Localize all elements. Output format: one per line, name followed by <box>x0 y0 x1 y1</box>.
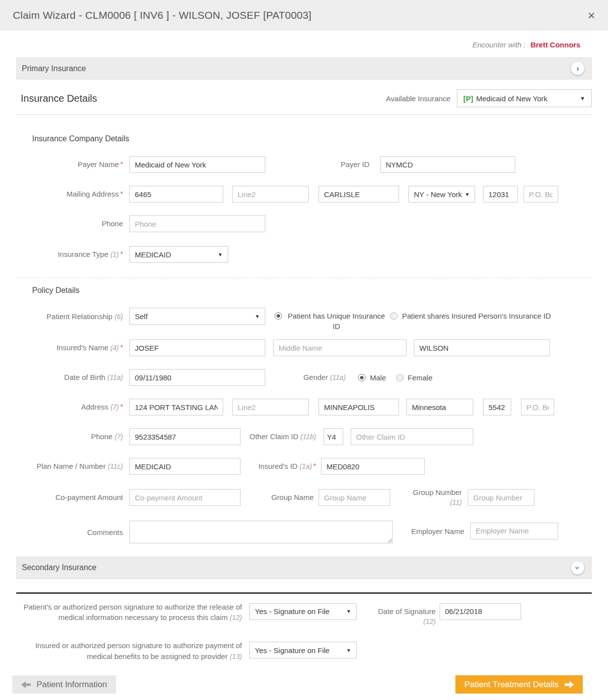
required-marker: * <box>314 462 316 470</box>
primary-insurance-title: Primary Insurance <box>22 64 86 73</box>
caret-down-icon: ▼ <box>218 252 223 257</box>
secondary-insurance-accordion[interactable]: Secondary Insurance › <box>16 557 592 579</box>
signature-divider <box>16 592 592 594</box>
encounter-with-label: Encounter with : <box>472 41 526 49</box>
plan-name-label: Plan Name / Number <box>37 462 106 470</box>
address-pobox-input[interactable] <box>521 399 554 415</box>
insured-id-input[interactable] <box>321 458 425 475</box>
radio-checked-icon[interactable] <box>358 374 365 381</box>
payer-id-label: Payer ID <box>303 160 369 169</box>
group-name-label: Group Name <box>269 493 314 502</box>
address-zip-input[interactable] <box>483 399 511 415</box>
address-line2-input[interactable] <box>232 399 309 415</box>
patient-treatment-details-button[interactable]: Patient Treatment Details <box>455 675 583 694</box>
radio-gender-female[interactable]: Female <box>396 372 433 383</box>
encounter-line: Encounter with : Brett Connors <box>0 31 608 49</box>
payer-row: Payer Name* Payer ID <box>12 156 596 173</box>
group-name-input[interactable] <box>319 489 390 506</box>
encounter-provider-name[interactable]: Brett Connors <box>530 41 580 49</box>
other-claim-id-label: Other Claim ID <box>249 432 298 441</box>
payer-id-input[interactable] <box>380 156 515 173</box>
release-signature-select[interactable]: Yes - Signature on File ▼ <box>249 603 357 620</box>
radio-checked-icon[interactable] <box>275 312 282 320</box>
radio-unique-insurance-id[interactable]: Patient has Unique Insurance ID <box>275 311 386 331</box>
date-of-signature-input[interactable] <box>440 603 521 620</box>
mailing-address-label: Mailing Address <box>67 190 119 198</box>
required-marker: * <box>121 190 123 198</box>
radio-unchecked-icon[interactable] <box>390 312 398 320</box>
available-insurance-select[interactable]: [P] Medicaid of New York ▼ <box>457 89 592 107</box>
insured-id-label: Insured's ID <box>258 462 298 470</box>
copay-input[interactable] <box>129 489 241 506</box>
other-claim-id-input[interactable] <box>351 428 473 445</box>
insured-address-row: Address (7)* <box>12 399 596 415</box>
required-marker: * <box>121 160 123 168</box>
radio-gender-male[interactable]: Male <box>358 372 386 383</box>
copay-label: Co-payment Amount <box>12 493 129 502</box>
insurance-type-row: Insurance Type (1)* MEDICAID ▼ <box>12 246 596 263</box>
mailing-pobox-input[interactable] <box>524 186 558 203</box>
arrow-right-icon <box>565 681 574 688</box>
release-signature-label: Patient's or authorized person signature… <box>24 603 242 622</box>
company-phone-input[interactable] <box>129 215 265 232</box>
caret-down-icon: ▼ <box>346 609 351 614</box>
phone7-label: Phone <box>91 432 112 441</box>
group-number-input[interactable] <box>468 489 534 506</box>
phone-otherclaim-row: Phone (7) Other Claim ID (11b) <box>12 428 596 445</box>
radio-shares-label: Patient shares Insured Person's Insuranc… <box>402 311 551 321</box>
assignment-signature-label: Insured or authorized person signature t… <box>35 641 242 660</box>
release-signature-row: Patient's or authorized person signature… <box>12 602 596 627</box>
female-label: Female <box>408 372 433 383</box>
employer-name-input[interactable] <box>470 523 558 539</box>
patient-relationship-label: Patient Relationship <box>46 312 112 321</box>
company-phone-label: Phone <box>12 219 129 229</box>
company-phone-row: Phone <box>12 215 596 232</box>
primary-insurance-accordion[interactable]: Primary Insurance › <box>16 57 592 80</box>
address-label: Address <box>81 403 108 411</box>
radio-unchecked-icon[interactable] <box>396 374 404 381</box>
comments-textarea[interactable] <box>129 521 393 543</box>
patient-information-button[interactable]: Patient Information <box>12 675 116 694</box>
plan-insuredid-row: Plan Name / Number (11c) Insured's ID (1… <box>12 458 596 475</box>
assignment-signature-select[interactable]: Yes - Signature on File ▼ <box>249 642 357 659</box>
insured-name-row: Insured's Name (4)* <box>12 339 596 356</box>
other-claim-qualifier-input[interactable] <box>324 428 343 445</box>
address-city-input[interactable] <box>319 399 399 415</box>
insured-middle-name-input[interactable] <box>273 339 406 356</box>
plan-name-input[interactable] <box>129 458 241 475</box>
insurance-type-label: Insurance Type <box>58 250 108 258</box>
mailing-address-row: Mailing Address* NY - New York ▼ <box>12 186 596 203</box>
payer-name-label: Payer Name <box>78 160 119 168</box>
address-line1-input[interactable] <box>129 399 223 415</box>
mailing-state-select[interactable]: NY - New York ▼ <box>408 186 475 203</box>
chevron-right-icon[interactable]: › <box>571 62 584 75</box>
caret-down-icon: ▼ <box>465 192 470 197</box>
assignment-signature-row: Insured or authorized person signature t… <box>12 640 596 662</box>
next-button-label: Patient Treatment Details <box>464 680 559 690</box>
patient-relationship-select[interactable]: Self ▼ <box>129 308 265 325</box>
chevron-down-icon[interactable]: › <box>571 561 584 575</box>
secondary-insurance-title: Secondary Insurance <box>22 563 96 572</box>
insured-last-name-input[interactable] <box>414 339 550 356</box>
policy-details-title: Policy Details <box>32 286 608 295</box>
dob-input[interactable] <box>129 369 265 386</box>
available-insurance-value: Medicaid of New York <box>476 94 547 103</box>
caret-down-icon: ▼ <box>580 95 585 101</box>
copay-group-row: Co-payment Amount Group Name Group Numbe… <box>12 488 596 508</box>
release-signature-value: Yes - Signature on File <box>255 607 329 616</box>
address-state-input[interactable] <box>406 399 473 415</box>
close-icon[interactable]: × <box>588 9 595 22</box>
mailing-zip-input[interactable] <box>483 186 518 203</box>
insurance-details-title: Insurance Details <box>21 93 97 104</box>
group-number-label: Group Number <box>413 488 462 496</box>
radio-shares-insurance-id[interactable]: Patient shares Insured Person's Insuranc… <box>390 311 551 321</box>
mailing-line2-input[interactable] <box>232 186 309 203</box>
phone7-input[interactable] <box>129 428 241 445</box>
mailing-line1-input[interactable] <box>129 186 223 203</box>
insured-first-name-input[interactable] <box>129 339 265 356</box>
radio-unique-label: Patient has Unique Insurance ID <box>286 311 386 331</box>
insurance-type-select[interactable]: MEDICAID ▼ <box>129 246 228 263</box>
required-marker: * <box>121 250 123 258</box>
payer-name-input[interactable] <box>129 156 265 173</box>
mailing-city-input[interactable] <box>319 186 399 203</box>
